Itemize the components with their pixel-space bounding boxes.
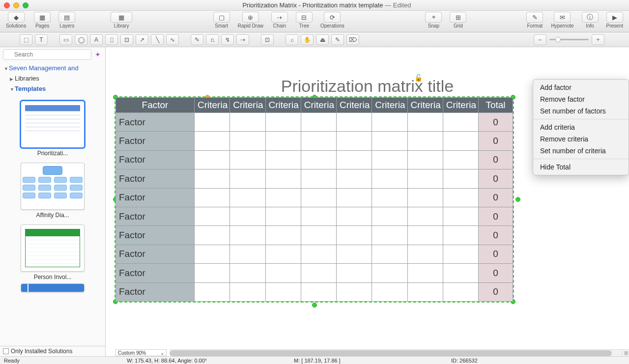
- cell-total[interactable]: 0: [479, 226, 513, 245]
- col-criteria[interactable]: Criteria: [195, 98, 230, 113]
- zoom-combo[interactable]: Custom 90%⌄: [115, 349, 167, 356]
- cell-criteria[interactable]: [195, 188, 230, 207]
- cell-factor[interactable]: Factor: [116, 113, 195, 132]
- tool-12[interactable]: ↯: [221, 34, 234, 45]
- col-factor[interactable]: Factor: [116, 98, 195, 113]
- cell-factor[interactable]: Factor: [116, 245, 195, 263]
- cell-total[interactable]: 0: [479, 132, 513, 150]
- cell-criteria[interactable]: [337, 150, 372, 169]
- table-row[interactable]: Factor0: [116, 226, 513, 245]
- thumb-prioritization[interactable]: Prioritizati...: [0, 98, 105, 160]
- cell-criteria[interactable]: [443, 245, 478, 263]
- cell-criteria[interactable]: [265, 169, 301, 188]
- zoom-out-icon[interactable]: −: [534, 34, 546, 45]
- tool-18[interactable]: ✎: [331, 34, 344, 45]
- cell-total[interactable]: 0: [479, 207, 513, 225]
- ctx-add-criteria[interactable]: Add criteria: [533, 121, 629, 133]
- cell-criteria[interactable]: [337, 113, 372, 132]
- cell-criteria[interactable]: [265, 264, 301, 282]
- cell-criteria[interactable]: [372, 264, 407, 282]
- table-row[interactable]: Factor0: [116, 245, 513, 263]
- table-row[interactable]: Factor0: [116, 132, 513, 150]
- cell-criteria[interactable]: [337, 132, 372, 150]
- search-input[interactable]: [3, 49, 91, 60]
- cell-criteria[interactable]: [265, 113, 301, 132]
- zoom-in-icon[interactable]: ＋: [592, 34, 604, 45]
- cell-criteria[interactable]: [230, 150, 265, 169]
- cell-criteria[interactable]: [195, 150, 230, 169]
- context-menu[interactable]: Add factorRemove factorSet number of fac…: [533, 79, 629, 175]
- cell-criteria[interactable]: [337, 169, 372, 188]
- matrix-table[interactable]: FactorCriteriaCriteriaCriteriaCriteriaCr…: [115, 97, 513, 302]
- cell-criteria[interactable]: [265, 282, 301, 301]
- cell-criteria[interactable]: [301, 113, 336, 132]
- smart-button[interactable]: ▢Smart: [210, 11, 233, 28]
- col-criteria[interactable]: Criteria: [301, 98, 336, 113]
- cell-total[interactable]: 0: [479, 245, 513, 263]
- tool-10[interactable]: ✎: [191, 34, 203, 45]
- tool-6[interactable]: ⊡: [120, 34, 133, 45]
- cell-total[interactable]: 0: [479, 113, 513, 132]
- cell-criteria[interactable]: [407, 245, 443, 263]
- cell-criteria[interactable]: [407, 169, 443, 188]
- cell-criteria[interactable]: [230, 188, 265, 207]
- tree-templates[interactable]: ▼Templates: [3, 84, 102, 94]
- cell-total[interactable]: 0: [479, 150, 513, 169]
- cell-criteria[interactable]: [372, 113, 407, 132]
- thumb-extra[interactable]: [0, 283, 105, 295]
- cell-criteria[interactable]: [443, 169, 478, 188]
- cell-criteria[interactable]: [195, 113, 230, 132]
- ctx-set-number-of-criteria[interactable]: Set number of criteria: [533, 145, 629, 157]
- cell-criteria[interactable]: [372, 132, 407, 150]
- cell-criteria[interactable]: [443, 113, 478, 132]
- cell-criteria[interactable]: [230, 132, 265, 150]
- cell-criteria[interactable]: [301, 207, 336, 225]
- col-criteria[interactable]: Criteria: [337, 98, 372, 113]
- tool-0[interactable]: ⬚: [20, 34, 32, 45]
- col-criteria[interactable]: Criteria: [265, 98, 301, 113]
- cell-criteria[interactable]: [195, 132, 230, 150]
- cell-criteria[interactable]: [372, 226, 407, 245]
- zoom-icon[interactable]: [23, 2, 29, 8]
- ctx-remove-criteria[interactable]: Remove criteria: [533, 133, 629, 145]
- cell-criteria[interactable]: [407, 113, 443, 132]
- tool-19[interactable]: ⌦: [346, 34, 359, 45]
- cell-criteria[interactable]: [230, 207, 265, 225]
- table-row[interactable]: Factor0: [116, 207, 513, 225]
- cell-criteria[interactable]: [265, 132, 301, 150]
- cell-criteria[interactable]: [265, 188, 301, 207]
- cell-criteria[interactable]: [230, 226, 265, 245]
- cell-criteria[interactable]: [443, 188, 478, 207]
- cell-criteria[interactable]: [337, 245, 372, 263]
- cell-criteria[interactable]: [337, 207, 372, 225]
- cell-criteria[interactable]: [195, 264, 230, 282]
- tool-16[interactable]: ✋: [301, 34, 314, 45]
- col-criteria[interactable]: Criteria: [230, 98, 265, 113]
- cell-criteria[interactable]: [407, 264, 443, 282]
- tool-7[interactable]: ↗: [136, 34, 148, 45]
- snap-button[interactable]: ⌖Snap: [422, 11, 445, 28]
- ctx-remove-factor[interactable]: Remove factor: [533, 93, 629, 105]
- tool-11[interactable]: ⎌: [206, 34, 219, 45]
- cell-criteria[interactable]: [337, 282, 372, 301]
- cell-total[interactable]: 0: [479, 264, 513, 282]
- wand-icon[interactable]: ✦: [93, 50, 102, 59]
- cell-criteria[interactable]: [372, 169, 407, 188]
- cell-criteria[interactable]: [195, 282, 230, 301]
- cell-total[interactable]: 0: [479, 282, 513, 301]
- solutions-button[interactable]: ◆Solutions: [3, 11, 29, 28]
- selection-box[interactable]: FactorCriteriaCriteriaCriteriaCriteriaCr…: [114, 96, 514, 303]
- only-installed-row[interactable]: Only Installed Solutions: [0, 346, 105, 356]
- col-criteria[interactable]: Criteria: [372, 98, 407, 113]
- cell-total[interactable]: 0: [479, 188, 513, 207]
- checkbox-icon[interactable]: [3, 348, 9, 354]
- cell-total[interactable]: 0: [479, 169, 513, 188]
- ctx-hide-total[interactable]: Hide Total: [533, 161, 629, 173]
- cell-criteria[interactable]: [443, 226, 478, 245]
- library-button[interactable]: ▦ Library: [108, 11, 135, 28]
- cell-criteria[interactable]: [195, 169, 230, 188]
- cell-criteria[interactable]: [372, 207, 407, 225]
- tool-3[interactable]: ◯: [75, 34, 87, 45]
- col-total[interactable]: Total: [479, 98, 513, 113]
- cell-factor[interactable]: Factor: [116, 226, 195, 245]
